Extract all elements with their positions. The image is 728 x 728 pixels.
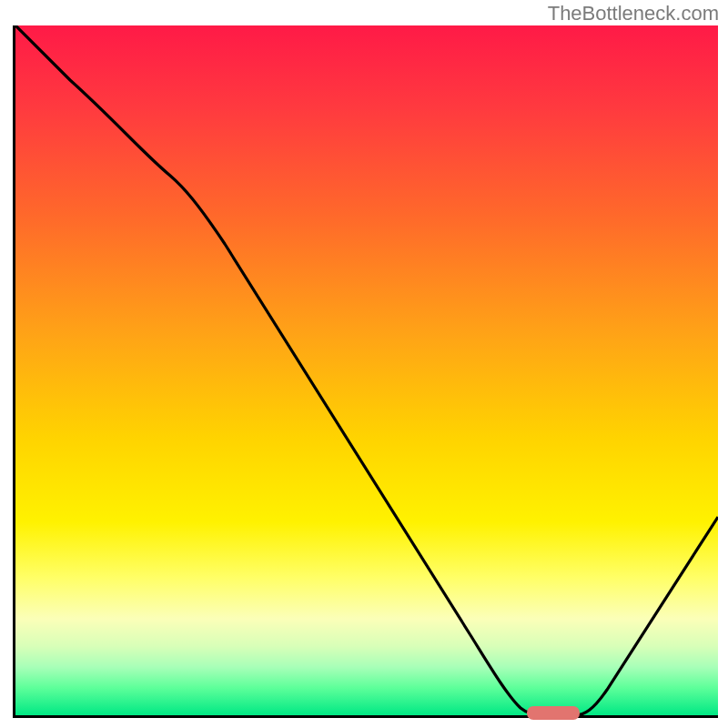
bottleneck-curve-path bbox=[15, 25, 718, 715]
watermark-text: TheBottleneck.com bbox=[548, 2, 719, 25]
plot-area bbox=[13, 25, 718, 718]
optimal-range-marker bbox=[527, 706, 580, 720]
curve-svg bbox=[15, 25, 718, 715]
chart-container: TheBottleneck.com bbox=[0, 0, 728, 728]
